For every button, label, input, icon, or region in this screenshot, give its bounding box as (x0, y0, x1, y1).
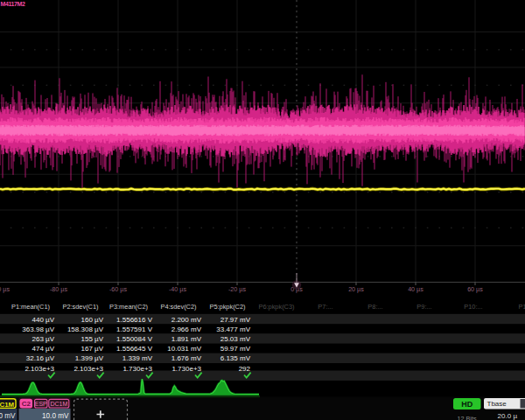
svg-text:-20 µs: -20 µs (228, 285, 247, 293)
svg-text:-40 µs: -40 µs (169, 285, 187, 293)
svg-text:-80 µs: -80 µs (50, 285, 68, 293)
svg-text:33.477 mV: 33.477 mV (216, 326, 250, 333)
svg-text:C2: C2 (22, 400, 32, 408)
svg-text:1.891 mV: 1.891 mV (172, 335, 202, 343)
svg-text:363.98 µV: 363.98 µV (22, 326, 54, 333)
svg-text:M4117M2: M4117M2 (1, 1, 25, 7)
svg-text:155 µV: 155 µV (80, 335, 103, 343)
svg-text:2.200 mV: 2.200 mV (172, 316, 202, 324)
svg-text:Tbase: Tbase (487, 400, 508, 408)
svg-text:P10:...: P10:... (464, 303, 482, 311)
svg-text:2.103e+3: 2.103e+3 (74, 365, 103, 373)
svg-text:1.557591 V: 1.557591 V (116, 326, 153, 333)
svg-text:P8:...: P8:... (368, 303, 382, 311)
svg-text:1.730e+3: 1.730e+3 (122, 365, 152, 373)
svg-text:P1:mean(C1): P1:mean(C1) (11, 303, 50, 311)
svg-text:DC1M: DC1M (50, 401, 67, 407)
svg-text:1.339 mV: 1.339 mV (122, 354, 153, 362)
svg-text:6.135 mV: 6.135 mV (220, 354, 251, 362)
svg-text:1.556616 V: 1.556616 V (116, 316, 153, 324)
svg-text:440 µV: 440 µV (32, 316, 54, 324)
svg-text:263 µV: 263 µV (32, 335, 54, 343)
svg-text:ESP: ESP (35, 401, 47, 407)
svg-text:160 µV: 160 µV (80, 316, 103, 324)
svg-text:10.031 mV: 10.031 mV (167, 345, 201, 353)
svg-text:292: 292 (239, 365, 251, 373)
svg-text:20.0 mV: 20.0 mV (0, 412, 16, 420)
svg-text:P3:mean(C2): P3:mean(C2) (109, 303, 148, 311)
svg-text:2.103e+3: 2.103e+3 (24, 365, 54, 373)
svg-text:P2:sdev(C1): P2:sdev(C1) (62, 303, 98, 311)
svg-text:1.676 mV: 1.676 mV (172, 354, 202, 362)
svg-text:P9:...: P9:... (416, 303, 431, 311)
svg-text:158.308 µV: 158.308 µV (67, 326, 104, 333)
svg-text:27.97 mV: 27.97 mV (220, 316, 251, 324)
svg-text:P6:pkpk(C3): P6:pkpk(C3) (258, 303, 294, 311)
svg-text:59.97 mV: 59.97 mV (220, 345, 251, 353)
svg-text:1.399 µV: 1.399 µV (75, 354, 104, 362)
svg-text:167 µV: 167 µV (80, 345, 103, 353)
svg-text:HD: HD (461, 400, 472, 409)
svg-text:474 µV: 474 µV (32, 345, 54, 353)
svg-text:1.730e+3: 1.730e+3 (172, 365, 201, 373)
svg-text:-100 µs: -100 µs (0, 285, 10, 293)
svg-text:P1: P1 (518, 303, 525, 311)
svg-text:20.0 µ: 20.0 µ (498, 412, 518, 420)
svg-text:32.16 µV: 32.16 µV (26, 354, 55, 362)
svg-text:P7:...: P7:... (318, 303, 332, 311)
svg-text:P4:sdev(C2): P4:sdev(C2) (160, 303, 196, 311)
svg-text:2.966 mV: 2.966 mV (172, 326, 202, 333)
svg-text:DC1M: DC1M (0, 401, 14, 409)
svg-text:25.03 mV: 25.03 mV (220, 335, 251, 343)
svg-text:40 µs: 40 µs (408, 285, 424, 293)
svg-text:10.0 mV: 10.0 mV (42, 412, 69, 420)
svg-text:1.550084 V: 1.550084 V (116, 335, 153, 343)
svg-text:12 Bits: 12 Bits (458, 415, 477, 420)
svg-text:P5:pkpk(C2): P5:pkpk(C2) (209, 303, 245, 311)
svg-text:1.556645 V: 1.556645 V (116, 345, 153, 353)
svg-text:20 µs: 20 µs (348, 285, 364, 293)
svg-text:60 µs: 60 µs (467, 285, 483, 293)
svg-text:-60 µs: -60 µs (109, 285, 128, 293)
